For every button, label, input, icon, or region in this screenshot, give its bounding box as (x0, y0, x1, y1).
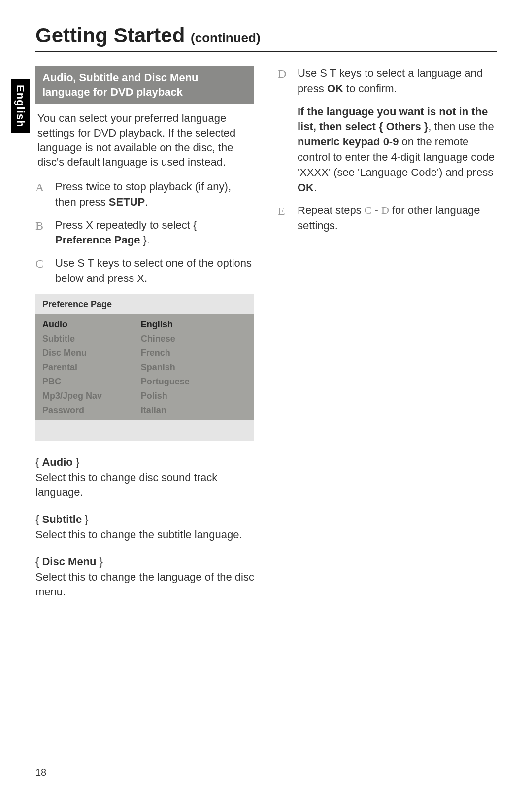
step-text: Use S T keys to select a language and pr… (298, 66, 497, 97)
pref-row-key: Subtitle (42, 334, 141, 344)
pref-row-key: PBC (42, 377, 141, 387)
pref-row-value: Polish (141, 391, 247, 401)
language-tab: English (11, 79, 30, 133)
step-item: ERepeat steps C - D for other language s… (278, 203, 497, 234)
pref-row: AudioEnglish (35, 317, 254, 332)
step-item: If the language you want is not in the l… (278, 104, 497, 196)
option-desc: Select this to change the subtitle langu… (35, 527, 254, 543)
section-header: Audio, Subtitle and Disc Menu language f… (35, 66, 254, 104)
option-block: { Audio }Select this to change disc soun… (35, 455, 254, 500)
step-letter: A (35, 179, 48, 210)
pref-row: SubtitleChinese (35, 332, 254, 346)
pref-table-body: AudioEnglishSubtitleChineseDisc MenuFren… (35, 314, 254, 420)
pref-row: PBCPortuguese (35, 375, 254, 389)
step-item: DUse S T keys to select a language and p… (278, 66, 497, 97)
pref-row-key: Disc Menu (42, 348, 141, 358)
step-letter (278, 104, 291, 196)
preference-table: Preference Page AudioEnglishSubtitleChin… (35, 294, 254, 441)
pref-row-value: Portuguese (141, 377, 247, 387)
pref-table-footer (35, 420, 254, 441)
pref-row-key: Parental (42, 362, 141, 373)
pref-row-value: English (141, 319, 247, 330)
pref-row: Mp3/Jpeg NavPolish (35, 389, 254, 403)
intro-text: You can select your preferred language s… (35, 111, 254, 170)
content-columns: Audio, Subtitle and Disc Menu language f… (35, 66, 497, 612)
pref-row-value: Spanish (141, 362, 247, 373)
option-desc: Select this to change the language of th… (35, 570, 254, 600)
pref-row-key: Audio (42, 319, 141, 330)
pref-row-key: Password (42, 405, 141, 416)
option-name: { Subtitle } (35, 512, 254, 527)
option-name: { Disc Menu } (35, 555, 254, 570)
heading-main: Getting Started (35, 24, 185, 47)
step-item: APress twice to stop playback (if any), … (35, 179, 254, 210)
step-text: If the language you want is not in the l… (298, 104, 497, 196)
step-text: Press X repeatedly to select { Preferenc… (55, 218, 254, 248)
pref-row-value: Chinese (141, 334, 247, 344)
step-item: BPress X repeatedly to select { Preferen… (35, 218, 254, 248)
step-item: CUse S T keys to select one of the optio… (35, 256, 254, 286)
option-block: { Subtitle }Select this to change the su… (35, 512, 254, 543)
step-text: Press twice to stop playback (if any), t… (55, 179, 254, 210)
pref-row: ParentalSpanish (35, 360, 254, 375)
steps-left: APress twice to stop playback (if any), … (35, 179, 254, 286)
step-letter: E (278, 203, 291, 234)
option-desc: Select this to change disc sound track l… (35, 470, 254, 501)
right-column: DUse S T keys to select a language and p… (278, 66, 497, 612)
steps-right: DUse S T keys to select a language and p… (278, 66, 497, 234)
step-text: Repeat steps C - D for other language se… (298, 203, 497, 234)
page-number: 18 (35, 767, 46, 778)
step-letter: D (278, 66, 291, 97)
left-column: Audio, Subtitle and Disc Menu language f… (35, 66, 254, 612)
pref-row-value: French (141, 348, 247, 358)
option-name: { Audio } (35, 455, 254, 470)
pref-row: PasswordItalian (35, 403, 254, 417)
option-block: { Disc Menu }Select this to change the l… (35, 555, 254, 600)
page-heading: Getting Started (continued) (35, 24, 497, 52)
options-list: { Audio }Select this to change disc soun… (35, 455, 254, 600)
pref-row: Disc MenuFrench (35, 346, 254, 360)
pref-table-title: Preference Page (35, 294, 254, 314)
pref-row-value: Italian (141, 405, 247, 416)
heading-sub: (continued) (191, 31, 261, 45)
pref-row-key: Mp3/Jpeg Nav (42, 391, 141, 401)
step-letter: B (35, 218, 48, 248)
step-letter: C (35, 256, 48, 286)
manual-page: English Getting Started (continued) Audi… (0, 0, 532, 798)
step-text: Use S T keys to select one of the option… (55, 256, 254, 286)
